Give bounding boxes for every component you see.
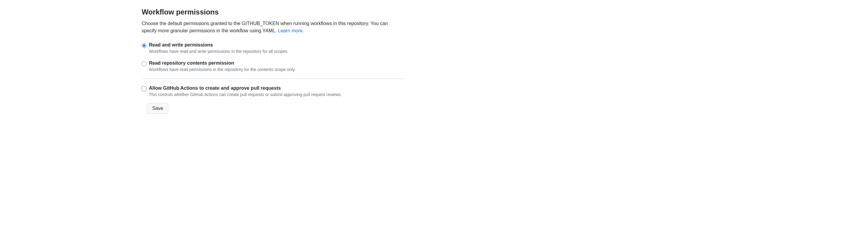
section-description: Choose the default permissions granted t… <box>142 20 404 34</box>
checkbox-pr-approve[interactable] <box>142 86 147 91</box>
option-content: Allow GitHub Actions to create and appro… <box>149 85 404 97</box>
radio-label-read-contents[interactable]: Read repository contents permission <box>149 60 234 66</box>
radio-option-read-write: Read and write permissions Workflows hav… <box>142 42 404 54</box>
radio-sub-read-contents: Workflows have read permissions in the r… <box>149 67 404 72</box>
radio-read-write[interactable] <box>142 43 147 48</box>
option-content: Read repository contents permission Work… <box>149 60 404 72</box>
save-row: Save <box>147 103 404 114</box>
radio-label-read-write[interactable]: Read and write permissions <box>149 42 213 47</box>
section-title: Workflow permissions <box>142 8 404 16</box>
learn-more-link[interactable]: Learn more. <box>278 28 304 33</box>
save-button[interactable]: Save <box>147 103 168 114</box>
radio-option-read-contents: Read repository contents permission Work… <box>142 60 404 72</box>
radio-sub-read-write: Workflows have read and write permission… <box>149 49 404 54</box>
description-text: Choose the default permissions granted t… <box>142 21 388 33</box>
permissions-radio-group: Read and write permissions Workflows hav… <box>142 42 404 72</box>
option-content: Read and write permissions Workflows hav… <box>149 42 404 54</box>
checkbox-sub-pr-approve: This controls whether GitHub Actions can… <box>149 92 404 97</box>
radio-read-contents[interactable] <box>142 61 147 66</box>
workflow-permissions-section: Workflow permissions Choose the default … <box>142 8 404 114</box>
checkbox-label-pr-approve[interactable]: Allow GitHub Actions to create and appro… <box>149 85 281 90</box>
checkbox-option-pr-approve: Allow GitHub Actions to create and appro… <box>142 85 404 97</box>
